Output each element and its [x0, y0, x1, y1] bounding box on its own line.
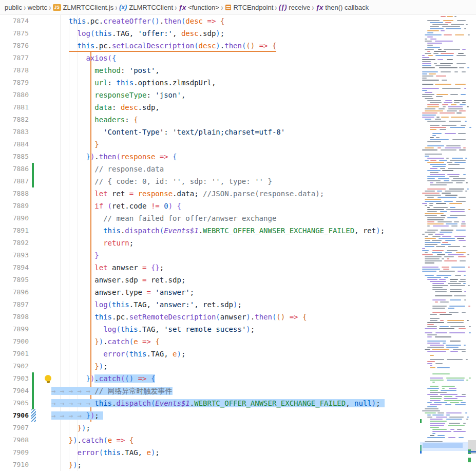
code-line[interactable]: 7874 this.pc.createOffer().then(desc => … — [0, 15, 476, 27]
code-line[interactable]: 7884 } — [0, 138, 476, 150]
breadcrumb-item[interactable]: webrtc — [28, 4, 47, 11]
code-line[interactable]: 7891 this.dispatch(Events$1.WEBRTC_OFFER… — [0, 224, 476, 237]
code-line[interactable]: 7882 headers: { — [0, 114, 476, 126]
code-line[interactable]: 7904→ → → → → // 网络异常时触发事件 — [0, 385, 476, 397]
code-line[interactable]: 7900 }).catch(e => { — [0, 335, 476, 348]
code-line[interactable]: 7889 if (ret.code != 0) { — [0, 200, 476, 212]
breadcrumb-item[interactable]: public — [5, 4, 22, 11]
line-number[interactable]: 7887 — [0, 175, 29, 187]
line-number[interactable]: 7901 — [0, 348, 29, 360]
code-line[interactable]: 7877 axios({ — [0, 52, 476, 64]
code-line[interactable]: 7880 responseType: 'json', — [0, 89, 476, 101]
minimap-code-row — [425, 39, 427, 40]
breadcrumb-item[interactable]: ƒx<function> — [179, 4, 219, 11]
minimap-code-row — [427, 121, 446, 122]
line-number[interactable]: 7886 — [0, 163, 29, 175]
code-line[interactable]: 7909 error(this.TAG, e); — [0, 446, 476, 459]
code-line[interactable]: 7894 let anwser = {}; — [0, 261, 476, 274]
breadcrumb-item[interactable]: (ƒ)receive — [279, 4, 310, 11]
minimap-slider[interactable] — [420, 442, 468, 451]
line-number[interactable]: 7874 — [0, 15, 29, 27]
gutter-change-indicator[interactable] — [32, 163, 34, 187]
line-number[interactable]: 7888 — [0, 187, 29, 200]
code-line[interactable]: 7901 error(this.TAG, e); — [0, 348, 476, 360]
line-number[interactable]: 7882 — [0, 114, 29, 126]
code-line[interactable]: 7895 anwser.sdp = ret.sdp; — [0, 274, 476, 286]
line-number[interactable]: 7894 — [0, 261, 29, 274]
line-number[interactable]: 7876 — [0, 40, 29, 52]
code-line[interactable]: 7888 let ret = response.data; //JSON.par… — [0, 187, 476, 200]
lightbulb-icon[interactable] — [45, 375, 51, 382]
line-number[interactable]: 7898 — [0, 311, 29, 323]
code-line[interactable]: 7881 data: desc.sdp, — [0, 101, 476, 114]
line-number[interactable]: 7877 — [0, 52, 29, 64]
minimap-code-row — [442, 267, 449, 268]
minimap[interactable] — [420, 15, 468, 471]
code-line[interactable]: 7908 }).catch(e => { — [0, 434, 476, 446]
line-number[interactable]: 7903 — [0, 372, 29, 385]
breadcrumb-item[interactable]: JSZLMRTCClient.js — [53, 4, 114, 11]
code-line[interactable]: 7897 log(this.TAG, 'answer:', ret.sdp); — [0, 298, 476, 311]
breadcrumb-item[interactable]: RTCEndpoint — [225, 4, 274, 11]
line-number[interactable]: 7899 — [0, 323, 29, 335]
minimap-code-row — [449, 121, 461, 122]
breadcrumb-item[interactable]: (x)ZLMRTCClient — [119, 4, 173, 11]
line-number[interactable]: 7906 — [0, 409, 29, 422]
code-line[interactable]: 7910 }); — [0, 459, 476, 471]
code-line[interactable]: 7906→ → → → }); — [0, 409, 476, 422]
minimap-code-row — [427, 43, 442, 44]
line-number[interactable]: 7892 — [0, 237, 29, 249]
line-number[interactable]: 7878 — [0, 64, 29, 77]
minimap-code-row — [445, 240, 456, 241]
line-number[interactable]: 7910 — [0, 459, 29, 471]
line-number[interactable]: 7890 — [0, 212, 29, 224]
code-line[interactable]: 7902 }); — [0, 360, 476, 372]
line-number[interactable]: 7907 — [0, 422, 29, 434]
code-line[interactable]: 7883 'Content-Type': 'text/plain;charset… — [0, 126, 476, 138]
code-line[interactable]: 7890 // mean failed for offer/anwser exc… — [0, 212, 476, 224]
line-number[interactable]: 7895 — [0, 274, 29, 286]
code-line[interactable]: 7892 return; — [0, 237, 476, 249]
line-number[interactable]: 7908 — [0, 434, 29, 446]
code-line[interactable]: 7903 }).catch(() => { — [0, 372, 476, 385]
line-number[interactable]: 7904 — [0, 385, 29, 397]
code-line[interactable]: 7878 method: 'post', — [0, 64, 476, 77]
gutter-change-indicator[interactable] — [32, 372, 34, 409]
line-number[interactable]: 7902 — [0, 360, 29, 372]
line-number[interactable]: 7905 — [0, 397, 29, 409]
code-line[interactable]: 7905→ → → → → this.dispatch(Events$1.WEB… — [0, 397, 476, 409]
line-number[interactable]: 7891 — [0, 224, 29, 237]
code-line[interactable]: 7876 this.pc.setLocalDescription(desc).t… — [0, 40, 476, 52]
code-line[interactable]: 7887 // { code: 0, id: '', sdp: '', type… — [0, 175, 476, 187]
line-number[interactable]: 7883 — [0, 126, 29, 138]
line-number[interactable]: 7889 — [0, 200, 29, 212]
minimap-code-row — [446, 347, 459, 348]
code-line[interactable]: 7886 // response.data — [0, 163, 476, 175]
code-line[interactable]: 7899 log(this.TAG, 'set remote sucess'); — [0, 323, 476, 335]
code-line[interactable]: 7898 this.pc.setRemoteDescription(anwser… — [0, 311, 476, 323]
line-number[interactable]: 7879 — [0, 77, 29, 89]
minimap-code-row — [446, 28, 461, 29]
code-line[interactable]: 7896 anwser.type = 'answer'; — [0, 286, 476, 298]
minimap-code-row — [441, 30, 445, 31]
line-number[interactable]: 7885 — [0, 150, 29, 163]
line-number[interactable]: 7900 — [0, 335, 29, 348]
line-number[interactable]: 7881 — [0, 101, 29, 114]
line-number[interactable]: 7875 — [0, 27, 29, 40]
code-line[interactable]: 7875 log(this.TAG, 'offer:', desc.sdp); — [0, 27, 476, 40]
code-editor[interactable]: 7874 this.pc.createOffer().then(desc => … — [0, 15, 476, 471]
line-number[interactable]: 7897 — [0, 298, 29, 311]
code-line[interactable]: 7879 url: this.options.zlmsdpUrl, — [0, 77, 476, 89]
line-number[interactable]: 7896 — [0, 286, 29, 298]
minimap-code-row — [442, 193, 451, 194]
line-number[interactable]: 7909 — [0, 446, 29, 459]
code-line[interactable]: 7885 }).then(response => { — [0, 150, 476, 163]
minimap-code-row — [449, 189, 464, 190]
code-line[interactable]: 7907 }); — [0, 422, 476, 434]
line-number[interactable]: 7880 — [0, 89, 29, 101]
breadcrumb-item[interactable]: ƒxthen() callback — [316, 4, 369, 11]
line-number[interactable]: 7893 — [0, 249, 29, 261]
vertical-scrollbar[interactable] — [468, 15, 476, 471]
line-number[interactable]: 7884 — [0, 138, 29, 150]
code-line[interactable]: 7893 } — [0, 249, 476, 261]
